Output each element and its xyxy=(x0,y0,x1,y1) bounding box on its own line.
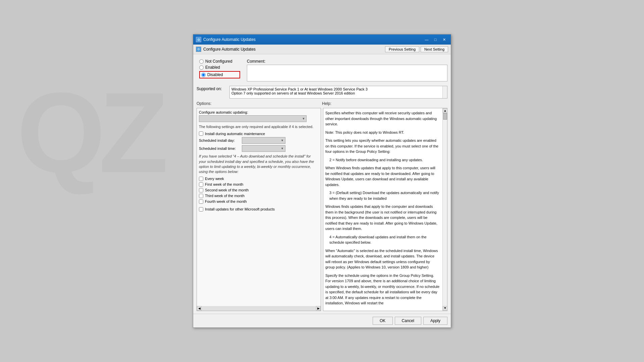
ok-button[interactable]: OK xyxy=(373,317,393,325)
help-p5: When Windows finds updates that apply to… xyxy=(325,165,440,187)
help-p9: When "Automatic" is selected as the sche… xyxy=(325,248,440,270)
config-dropdown: Configure automatic updating: ▼ xyxy=(199,110,319,122)
second-week-label[interactable]: Second week of the month xyxy=(205,188,249,192)
options-help-container: Configure automatic updating: ▼ The foll… xyxy=(197,108,447,311)
supported-on-value: Windows XP Professional Service Pack 1 o… xyxy=(229,86,447,99)
limit-updating-text: If you have selected "4 – Auto download … xyxy=(199,154,319,175)
fourth-week-label[interactable]: Fourth week of the month xyxy=(205,199,247,203)
second-week-checkbox[interactable]: Second week of the month xyxy=(199,188,319,192)
supported-on-label: Supported on: xyxy=(197,86,227,91)
supported-section: Supported on: Windows XP Professional Se… xyxy=(197,86,447,99)
dialog-title: Configure Automatic Updates xyxy=(203,37,256,42)
fourth-week-checkbox[interactable]: Fourth week of the month xyxy=(199,199,319,204)
cancel-button[interactable]: Cancel xyxy=(395,317,421,325)
state-column: Not Configured Enabled Disabled xyxy=(197,57,244,80)
schedule-time-row: Scheduled install time: ▼ xyxy=(199,145,319,152)
configure-updating-label: Configure automatic updating: xyxy=(199,110,319,114)
previous-setting-button[interactable]: Previous Setting xyxy=(385,46,419,52)
other-products-label[interactable]: Install updates for other Microsoft prod… xyxy=(205,207,275,211)
help-p2: Note: This policy does not apply to Wind… xyxy=(325,130,440,135)
scrollbar-thumb[interactable] xyxy=(443,113,447,120)
third-week-input[interactable] xyxy=(199,194,203,198)
title-icon: ⚙ xyxy=(196,37,201,42)
second-week-input[interactable] xyxy=(199,188,203,192)
dropdown-arrow-icon: ▼ xyxy=(302,117,305,120)
sub-header: ⚙ Configure Automatic Updates Previous S… xyxy=(193,45,451,54)
every-week-checkbox[interactable]: Every week xyxy=(199,177,319,181)
help-p3: This setting lets you specify whether au… xyxy=(325,138,440,155)
options-section-header: Options: xyxy=(197,101,322,106)
radio-enabled-input[interactable] xyxy=(199,65,204,70)
schedule-day-arrow-icon: ▼ xyxy=(281,139,284,142)
schedule-day-label: Scheduled install day: xyxy=(199,138,239,142)
schedule-day-dropdown[interactable]: ▼ xyxy=(242,137,285,144)
third-week-label[interactable]: Third week of the month xyxy=(205,194,245,198)
radio-not-configured[interactable]: Not Configured xyxy=(199,59,240,64)
schedule-day-row: Scheduled install day: ▼ xyxy=(199,137,319,144)
supported-line1: Windows XP Professional Service Pack 1 o… xyxy=(231,87,445,91)
first-week-input[interactable] xyxy=(199,182,203,187)
radio-disabled-input[interactable] xyxy=(201,73,206,77)
dialog-window: ⚙ Configure Automatic Updates — □ ✕ ⚙ Co… xyxy=(193,34,451,328)
scroll-track[interactable] xyxy=(202,306,316,311)
maximize-button[interactable]: □ xyxy=(431,37,439,43)
help-panel: Specifies whether this computer will rec… xyxy=(323,108,447,311)
scroll-up-arrow-icon[interactable]: ▲ xyxy=(443,108,447,113)
next-setting-button[interactable]: Next Setting xyxy=(421,46,448,52)
first-week-checkbox[interactable]: First week of the month xyxy=(199,182,319,187)
every-week-label[interactable]: Every week xyxy=(205,177,224,181)
minimize-button[interactable]: — xyxy=(423,37,431,43)
options-scrollbar-bottom[interactable]: ◀ ▶ xyxy=(197,306,321,311)
schedule-time-arrow-icon: ▼ xyxy=(281,147,284,150)
following-text: The following settings are only required… xyxy=(199,125,319,129)
radio-disabled-label[interactable]: Disabled xyxy=(207,72,223,77)
sub-header-left: ⚙ Configure Automatic Updates xyxy=(196,47,256,52)
configure-dropdown[interactable]: ▼ xyxy=(199,115,307,122)
radio-disabled[interactable]: Disabled xyxy=(199,71,240,78)
options-panel: Configure automatic updating: ▼ The foll… xyxy=(197,108,321,311)
comment-label: Comment: xyxy=(247,59,447,64)
title-bar-buttons: — □ ✕ xyxy=(423,37,448,43)
first-week-label[interactable]: First week of the month xyxy=(205,182,243,186)
options-label: Options: xyxy=(197,101,212,106)
other-products-checkbox[interactable]: Install updates for other Microsoft prod… xyxy=(199,207,319,212)
help-scrollbar[interactable]: ▲ ▼ xyxy=(442,108,447,311)
radio-not-configured-input[interactable] xyxy=(199,59,204,64)
help-p8: 4 = Automatically download updates and i… xyxy=(329,234,440,245)
comment-section: Comment: xyxy=(244,57,447,84)
section-headers: Options: Help: xyxy=(197,101,447,106)
schedule-time-dropdown[interactable]: ▼ xyxy=(242,145,285,152)
help-p4: 2 = Notify before downloading and instal… xyxy=(329,157,440,163)
apply-button[interactable]: Apply xyxy=(423,317,447,325)
install-maintenance-checkbox[interactable]: Install during automatic maintenance xyxy=(199,131,319,136)
top-section: Not Configured Enabled Disabled Comment: xyxy=(197,57,447,84)
help-text-content: Specifies whether this computer will rec… xyxy=(325,110,445,306)
close-button[interactable]: ✕ xyxy=(440,37,448,43)
scroll-left-arrow-icon[interactable]: ◀ xyxy=(197,306,202,311)
help-label: Help: xyxy=(322,101,331,106)
scroll-down-arrow-icon[interactable]: ▼ xyxy=(443,306,447,311)
radio-enabled-label[interactable]: Enabled xyxy=(205,65,220,70)
sub-header-title: Configure Automatic Updates xyxy=(203,47,256,52)
scrollbar-track[interactable] xyxy=(443,120,447,306)
sub-header-icon: ⚙ xyxy=(196,47,201,52)
scroll-right-arrow-icon[interactable]: ▶ xyxy=(316,306,321,311)
every-week-input[interactable] xyxy=(199,177,203,181)
supported-scrollbar[interactable] xyxy=(442,86,447,98)
help-p6: 3 = (Default setting) Download the updat… xyxy=(329,190,440,201)
main-content: Not Configured Enabled Disabled Comment:… xyxy=(193,54,451,314)
help-p1: Specifies whether this computer will rec… xyxy=(325,110,440,127)
third-week-checkbox[interactable]: Third week of the month xyxy=(199,194,319,198)
fourth-week-input[interactable] xyxy=(199,199,203,204)
title-bar-left: ⚙ Configure Automatic Updates xyxy=(196,37,256,42)
install-maintenance-label[interactable]: Install during automatic maintenance xyxy=(205,132,265,136)
other-products-input[interactable] xyxy=(199,207,203,212)
schedule-time-label: Scheduled install time: xyxy=(199,146,239,150)
supported-line2: Option 7 only supported on servers of at… xyxy=(231,91,445,95)
radio-not-configured-label[interactable]: Not Configured xyxy=(205,59,232,64)
radio-enabled[interactable]: Enabled xyxy=(199,65,240,70)
comment-textarea[interactable] xyxy=(247,65,447,81)
help-p7: Windows finds updates that apply to the … xyxy=(325,204,440,232)
install-maintenance-input[interactable] xyxy=(199,131,203,136)
bottom-bar: OK Cancel Apply xyxy=(193,314,451,327)
